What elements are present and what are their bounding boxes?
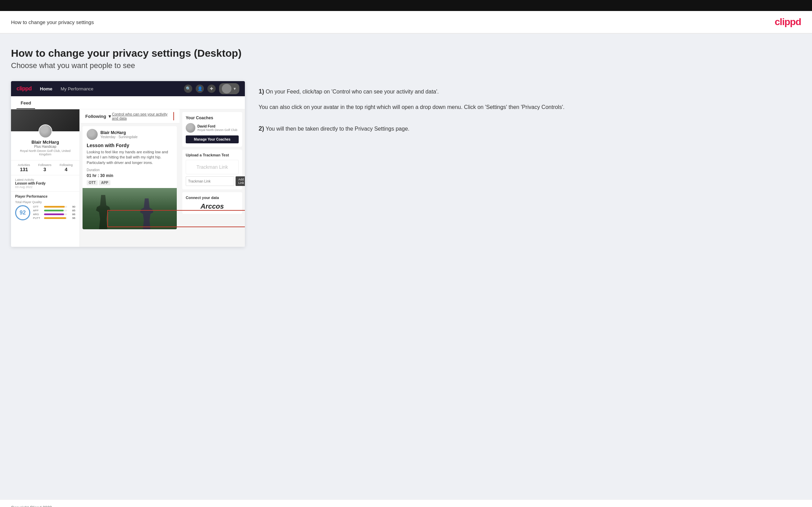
add-link-button[interactable]: Add Link: [236, 176, 245, 186]
stat-activities-value: 131: [18, 167, 30, 172]
coaches-title: Your Coaches: [186, 115, 239, 120]
step-2-number: 2): [259, 125, 264, 132]
bar-putt-fill: [44, 217, 66, 219]
clippd-logo: clippd: [775, 16, 801, 27]
step-1-number: 1): [259, 88, 264, 95]
feed-user-avatar: [87, 129, 98, 140]
profile-avatar: [39, 124, 52, 138]
feed-activity-desc: Looking to feel like my hands are exitin…: [87, 150, 173, 165]
profile-handicap: Plus Handicap: [15, 145, 75, 148]
bar-app-val: 85: [68, 209, 75, 212]
quality-bars: OTT 90 APP 85 ARG: [33, 205, 75, 220]
feed-card: Blair McHarg Yesterday · Sunningdale Les…: [83, 126, 177, 229]
bar-ott-track: [44, 206, 67, 208]
coach-name: David Ford: [197, 124, 237, 128]
feed-duration-value: 01 hr : 30 min: [87, 173, 173, 178]
bar-arg: ARG 86: [33, 213, 75, 216]
bar-putt: PUTT 96: [33, 217, 75, 220]
quality-score: 92: [15, 205, 30, 220]
bar-arg-val: 86: [68, 213, 75, 216]
add-icon[interactable]: ✚: [207, 85, 216, 93]
latest-activity-date: 03 Aug 2022: [15, 185, 75, 189]
connect-data-card: Connect your data Arccos: [182, 192, 242, 214]
nav-home[interactable]: Home: [40, 86, 52, 91]
feed-center: Following ▼ Control who can see your act…: [80, 109, 180, 247]
bar-ott: OTT 90: [33, 205, 75, 208]
stat-following-label: Following: [59, 163, 73, 167]
main-content: How to change your privacy settings (Des…: [0, 34, 812, 499]
footer-copyright: Copyright Clippd 2022: [11, 505, 52, 507]
stat-following-value: 4: [59, 167, 73, 172]
step-2-main: You will then be taken directly to the P…: [266, 126, 409, 132]
latest-activity: Latest Activity Lesson with Fordy 03 Aug…: [11, 175, 79, 191]
bar-putt-track: [44, 217, 67, 219]
upload-title: Upload a Trackman Test: [186, 153, 239, 157]
instruction-step-1: 1) On your Feed, click/tap on 'Control w…: [259, 87, 801, 111]
profile-club: Royal North Devon Golf Club, United King…: [15, 149, 75, 156]
coach-club: Royal North Devon Golf Club: [197, 128, 237, 132]
stat-followers-label: Followers: [38, 163, 52, 167]
search-icon[interactable]: 🔍: [184, 85, 192, 93]
feed-tab[interactable]: Feed: [17, 99, 35, 109]
bar-app-label: APP: [33, 209, 43, 212]
stat-following: Following 4: [59, 163, 73, 172]
person-icon[interactable]: 👤: [196, 85, 204, 93]
profile-sidebar: Blair McHarg Plus Handicap Royal North D…: [11, 109, 80, 247]
step-2-text: 2) You will then be taken directly to th…: [259, 124, 801, 134]
feed-card-header: Blair McHarg Yesterday · Sunningdale: [83, 126, 177, 143]
avatar-dropdown[interactable]: ▼: [219, 83, 239, 94]
bar-app-track: [44, 210, 67, 211]
trackman-placeholder: Trackman Link: [186, 160, 239, 174]
golfer-2: [137, 198, 156, 229]
feed-user-name: Blair McHarg: [100, 130, 138, 135]
feed-tags: OTT APP: [87, 180, 173, 185]
profile-stats: Activities 131 Followers 3 Following 4: [11, 160, 79, 175]
bar-arg-label: ARG: [33, 213, 43, 216]
golfer-1: [93, 195, 113, 229]
page-title: How to change your privacy settings: [11, 19, 94, 25]
following-label: Following: [85, 114, 106, 119]
bar-putt-label: PUTT: [33, 217, 43, 220]
feed-card-body: Lesson with Fordy Looking to feel like m…: [83, 143, 177, 188]
profile-name: Blair McHarg: [15, 140, 75, 145]
bar-app-fill: [44, 210, 64, 211]
top-bar: [0, 0, 812, 11]
coach-item: David Ford Royal North Devon Golf Club: [186, 123, 239, 133]
nav-icons: 🔍 👤 ✚ ▼: [184, 83, 239, 94]
app-nav: clippd Home My Performance 🔍 👤 ✚ ▼: [11, 81, 245, 96]
bar-ott-val: 90: [68, 205, 75, 208]
bar-ott-label: OTT: [33, 205, 43, 208]
content-layout: clippd Home My Performance 🔍 👤 ✚ ▼ Feed: [11, 81, 801, 247]
stat-followers-value: 3: [38, 167, 52, 172]
quality-label: Total Player Quality: [15, 200, 75, 204]
profile-cover: [11, 109, 79, 131]
trackman-input[interactable]: [186, 176, 234, 186]
following-button[interactable]: Following ▼: [85, 114, 112, 119]
app-body: Blair McHarg Plus Handicap Royal North D…: [11, 109, 245, 247]
control-link[interactable]: Control who can see your activity and da…: [112, 112, 174, 120]
latest-activity-label: Latest Activity: [15, 178, 75, 181]
instruction-step-2: 2) You will then be taken directly to th…: [259, 124, 801, 134]
feed-tab-bar: Feed: [11, 96, 245, 109]
trackman-input-row: Add Link: [186, 176, 239, 186]
connect-title: Connect your data: [186, 196, 239, 200]
instructions-col: 1) On your Feed, click/tap on 'Control w…: [259, 81, 801, 146]
perf-title: Player Performance: [15, 195, 75, 198]
bar-putt-val: 96: [68, 217, 75, 220]
manage-coaches-button[interactable]: Manage Your Coaches: [186, 135, 239, 143]
feed-toolbar: Following ▼ Control who can see your act…: [80, 109, 180, 123]
step-1-text: 1) On your Feed, click/tap on 'Control w…: [259, 87, 801, 97]
step-1-extra: You can also click on your avatar in the…: [259, 103, 801, 112]
chevron-down-icon: ▼: [108, 114, 112, 119]
arccos-logo: Arccos: [186, 202, 239, 210]
bar-arg-fill: [44, 213, 64, 215]
latest-activity-name: Lesson with Fordy: [15, 181, 75, 185]
feed-user-meta: Yesterday · Sunningdale: [100, 135, 138, 139]
player-performance: Player Performance Total Player Quality …: [11, 191, 79, 223]
nav-my-performance[interactable]: My Performance: [61, 86, 93, 91]
stat-followers: Followers 3: [38, 163, 52, 172]
article-subtitle: Choose what you want people to see: [11, 61, 801, 70]
stat-activities: Activities 131: [18, 163, 30, 172]
right-sidebar: Your Coaches David Ford Royal North Devo…: [180, 109, 245, 247]
coaches-card: Your Coaches David Ford Royal North Devo…: [182, 112, 242, 147]
